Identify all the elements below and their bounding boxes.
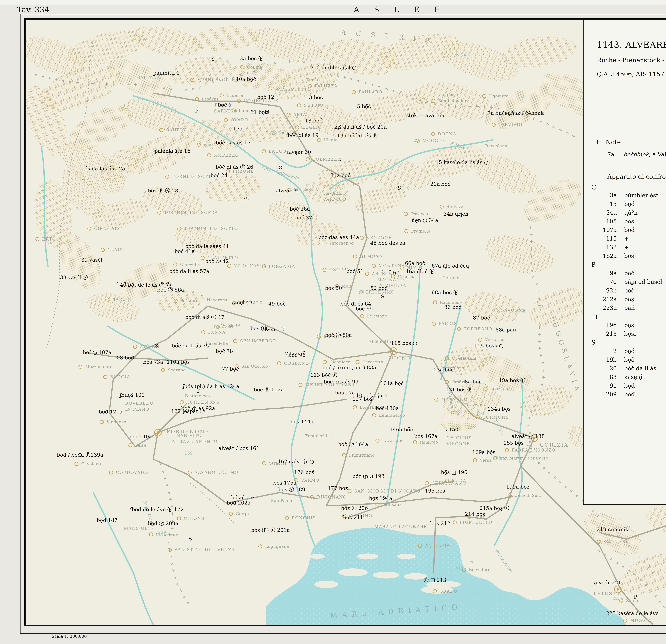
dialect-form-label: S: [398, 185, 401, 191]
dialect-form-label: 15 kasę́le da lis ás ○: [436, 159, 488, 165]
dialect-form-label: alveár 221: [594, 580, 621, 586]
dialect-form-label: bóč di alś Ⓟ 47: [185, 314, 224, 320]
town-label: FORNI AVOLTRI: [197, 77, 237, 82]
legend-row: 2bọč: [591, 347, 662, 355]
dialect-form-label: 10a bọč: [236, 76, 256, 82]
dialect-form-label: bọč 78: [216, 348, 233, 354]
legend-questionnaire-ref: Q.ALI 4506, AIS 1157: [597, 71, 664, 78]
dialect-form-label: 195 bọs: [425, 488, 445, 494]
dialect-form-label: boč 41a: [175, 248, 195, 254]
dialect-form-label: bọč 9: [218, 102, 232, 108]
town-label: Zompicchia: [305, 433, 330, 438]
point-number-teal: 91: [146, 343, 152, 348]
dialect-form-label: bos 73a: [143, 359, 163, 365]
dialect-form-label: 134a bọ̄s: [488, 406, 511, 412]
dialect-form-label: bọđ 187: [97, 517, 118, 523]
town-label: San Odorico: [241, 364, 268, 369]
town-label: PALUZZA: [315, 84, 337, 88]
dialect-form-label: alvęár 30: [287, 149, 311, 155]
city-marker-core: [392, 350, 395, 352]
town-label: Ossacco: [410, 212, 428, 216]
dialect-form-label: kı̭́ś da li áś / bọč 20a: [334, 124, 387, 130]
dialect-form-label: 11 bọtś: [250, 109, 269, 115]
legend-note-heading: ⊢Note: [596, 139, 621, 146]
town-label: Navaróns: [207, 298, 227, 302]
dialect-form-label: boś 130a: [375, 405, 399, 411]
legend-row: 115+: [591, 234, 662, 243]
dialect-form-label: boč Ⓟ 56a: [157, 287, 184, 293]
town-label: AMPEZZO: [214, 153, 239, 158]
lagoon-islet: [357, 554, 378, 559]
town-label: ROVEREDO: [125, 401, 154, 406]
town-label: Ugovizza: [489, 94, 509, 99]
town-label: SAN STINO DI LIVENZA: [175, 547, 235, 552]
town-label: TRAMONTI DI SOPRA: [164, 210, 218, 215]
town-label: FANNA: [208, 330, 226, 335]
city-label: PORDENONE: [166, 429, 210, 434]
legend-row: 91bọđ: [591, 381, 662, 390]
town-label: Mels: [341, 284, 352, 288]
dialect-form-label: boč 96: [288, 352, 305, 358]
point-number-teal: 20: [414, 138, 419, 143]
legend-row: 223apań: [591, 304, 662, 312]
dialect-form-label: 86 bọč: [444, 304, 461, 310]
city-marker-core: [157, 431, 159, 434]
dialect-form-label: bọs 211: [343, 515, 363, 520]
note-item-rest: a Valbruna: [652, 151, 666, 158]
dialect-form-label: S: [381, 293, 384, 299]
dialect-form-label: 110a bọs: [166, 359, 190, 365]
dialect-form-label: bọđ Ⓟ 209a: [148, 520, 178, 526]
town-label: Chievolis: [180, 262, 200, 267]
town-label: Stolvizza: [446, 204, 466, 209]
town-label: LAUCO: [269, 149, 286, 154]
dialect-form-label: 3 bọč: [309, 94, 323, 100]
dialect-form-label: bọs 150: [438, 427, 458, 432]
dialect-form-label: ų́ęn ○ 34a: [411, 217, 438, 223]
legend-row: 162abōs: [591, 252, 662, 260]
point-number-teal: 19b: [269, 130, 277, 135]
dialect-form-label: 18 bọč: [305, 118, 322, 124]
dialect-form-label: boč 37: [295, 215, 312, 220]
point-number-teal: 186a: [493, 455, 504, 461]
town-label: AQUILEIA: [425, 543, 450, 548]
town-label: Ludária: [226, 93, 243, 98]
point-number-teal: 8: [522, 94, 524, 99]
town-label: CLAUT: [107, 247, 125, 252]
dialect-form-label: štọk — avár 6a: [406, 112, 444, 118]
point-number-teal: 209: [158, 530, 166, 535]
dialect-form-label: alveár / bọs 161: [218, 445, 260, 451]
town-label: MOGGIO: [422, 138, 444, 143]
dialect-form-label: ʃbođ de le áve Ⓟ 172: [130, 506, 184, 512]
dialect-form-label: 101a bọč: [380, 380, 404, 386]
dialect-form-label: boč Ⓢ 42: [205, 258, 229, 264]
town-label: AL TAGLIAMENTO: [172, 439, 218, 444]
legend-row: 92bboč: [591, 286, 662, 295]
dialect-form-label: boč Ⓟ 164a: [338, 441, 368, 447]
dialect-form-label: bọz 194a: [369, 495, 392, 501]
dialect-form-label: 223 kaséta de le áve: [606, 610, 659, 616]
town-label: Lavariano: [382, 438, 404, 443]
dialect-form-label: bọ̄z (pl.) 193: [352, 473, 385, 479]
town-label: VISCONE: [446, 442, 470, 446]
town-label: TORREANO: [464, 326, 492, 331]
dialect-form-label: 119a boz Ⓟ: [495, 377, 525, 383]
legend-row: 213bọ́śi: [591, 329, 662, 338]
town-label: MANS UE': [124, 526, 150, 531]
town-label: SPILIMBERGO: [240, 339, 276, 343]
town-label: GEMONA: [360, 254, 383, 259]
dialect-form-label: 67a ų́le od čéų: [432, 263, 469, 269]
town-label: FORGARIA: [269, 264, 295, 269]
dialect-form-label: vaćę́l 48: [231, 300, 252, 305]
dialect-form-label: 87 bōč: [473, 315, 490, 321]
town-label: SAN GIORGIO DI NOGARO: [354, 489, 421, 494]
dialect-form-label: 88a pań: [495, 327, 516, 333]
note-title: Note: [606, 139, 621, 146]
dialect-form-label: boś (f.) Ⓟ 201a: [251, 527, 290, 533]
town-label: Laglesie: [440, 92, 458, 97]
legend-row: 34aųúºn: [591, 208, 662, 217]
dialect-form-label: 45 bóč des ás: [370, 240, 405, 246]
legend-subtitle: Ruche - Bienenstock - Panj: [597, 57, 666, 64]
dialect-form-label: S: [338, 158, 342, 163]
legend-note-item: 7abečelnek,a Valbruna: [608, 151, 666, 158]
town-label: Postoncicco: [185, 394, 210, 398]
